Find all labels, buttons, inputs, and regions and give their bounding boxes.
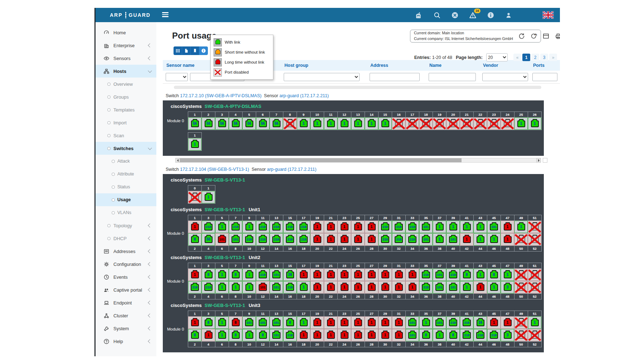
port-with-link[interactable]: 1 (229, 281, 242, 293)
sensor-link[interactable]: arp-guard (172.17.2.211) (279, 93, 329, 98)
sidebar-item-attribute[interactable]: Attribute (96, 168, 156, 180)
page-nav-button[interactable]: » (549, 54, 557, 61)
port-with-link[interactable]: 1 (338, 118, 351, 130)
port-without-link[interactable]: 1 (406, 269, 419, 281)
port-without-link[interactable]: 1 (379, 317, 392, 329)
sidebar-item-captive-portal[interactable]: Captive portal (96, 283, 156, 296)
port-with-link[interactable]: 56 (256, 118, 269, 130)
port-with-link[interactable]: 8 (229, 329, 242, 341)
port-with-link[interactable]: 218 (392, 233, 405, 246)
sidebar-item-switches[interactable]: Switches (96, 142, 156, 155)
user-icon[interactable] (504, 11, 513, 19)
port-with-link[interactable]: 8 (283, 317, 297, 329)
port-with-link[interactable]: 56 (243, 118, 256, 130)
port-without-link[interactable]: 1 (311, 269, 324, 281)
port-with-link[interactable]: 218 (419, 269, 433, 281)
port-with-link[interactable]: 101 (270, 329, 283, 341)
port-with-link[interactable]: 101 (419, 233, 433, 246)
port-without-link[interactable]: 1 (351, 233, 365, 246)
sidebar-item-hosts[interactable]: Hosts (96, 65, 156, 78)
port-without-link[interactable]: 1 (392, 317, 405, 329)
port-with-link[interactable]: 8 (188, 233, 201, 246)
port-without-link[interactable]: 1 (351, 281, 365, 293)
sidebar-item-events[interactable]: Events (96, 271, 156, 283)
port-without-link[interactable]: 1 (392, 329, 405, 341)
port-with-link[interactable]: 1 (528, 317, 541, 329)
sidebar-item-help[interactable]: Help (96, 335, 156, 348)
port-disabled[interactable]: 1 (460, 118, 473, 130)
port-with-link[interactable]: 8 (188, 329, 201, 341)
port-with-link[interactable]: 218 (297, 221, 310, 233)
port-with-link[interactable]: 3 (501, 281, 514, 293)
port-with-link[interactable]: 101 (419, 221, 433, 233)
warning-icon[interactable]: 16 (468, 11, 477, 19)
port-without-link[interactable]: 1 (487, 317, 501, 329)
port-disabled[interactable] (514, 269, 528, 281)
port-disabled[interactable] (514, 233, 528, 246)
column-header-name[interactable]: Name (426, 63, 479, 68)
port-without-link[interactable]: 1 (324, 281, 337, 293)
port-with-link[interactable]: 218 (419, 281, 433, 293)
port-with-link[interactable]: 101 (433, 269, 446, 281)
port-with-link[interactable]: 218 (406, 233, 419, 246)
port-disabled[interactable]: 1 (283, 118, 297, 130)
sidebar-item-dhcp[interactable]: DHCP (96, 232, 156, 245)
port-with-link[interactable]: 101 (270, 317, 283, 329)
port-with-link[interactable]: 56 (270, 118, 283, 130)
port-without-link[interactable]: 1 (202, 329, 215, 341)
port-without-link[interactable]: 1 (501, 233, 514, 246)
port-without-link[interactable]: 1 (379, 281, 392, 293)
column-header-vendor[interactable]: Vendor (479, 63, 530, 68)
sidebar-item-vlans[interactable]: VLANs (96, 206, 156, 219)
address-filter-input[interactable] (370, 73, 420, 81)
port-with-link[interactable]: 101 (447, 233, 460, 246)
window-icon[interactable] (542, 33, 550, 40)
scroll-right-arrow[interactable] (536, 158, 541, 163)
print-icon[interactable] (555, 33, 560, 40)
port-with-link[interactable]: 1 (474, 221, 487, 233)
port-with-link[interactable]: 218 (392, 221, 405, 233)
refresh-auto-icon[interactable]: 5 (530, 33, 537, 40)
port-disabled[interactable] (528, 329, 541, 341)
port-with-link[interactable]: 1 (433, 329, 446, 341)
port-with-link[interactable]: 1 (460, 221, 473, 233)
port-without-link[interactable]: 101 (215, 233, 229, 246)
port-without-link[interactable]: 1 (392, 281, 405, 293)
name-filter-input[interactable] (429, 73, 476, 81)
sidebar-item-status[interactable]: Status (96, 180, 156, 193)
export-file-icon[interactable] (182, 46, 191, 55)
port-without-link[interactable]: 101 (256, 281, 269, 293)
info-icon[interactable] (486, 11, 495, 19)
column-header-address[interactable]: Address (367, 63, 426, 68)
port-disabled[interactable] (188, 191, 201, 203)
port-with-link[interactable]: 1 (243, 221, 256, 233)
port-with-link[interactable]: 1 (528, 118, 541, 130)
port-with-link[interactable]: 101 (406, 317, 419, 329)
port-with-link[interactable]: 218 (256, 221, 269, 233)
port-with-link[interactable]: 1 (474, 269, 487, 281)
port-with-link[interactable]: 101 (406, 329, 419, 341)
port-disabled[interactable] (528, 269, 541, 281)
port-with-link[interactable]: 1 (514, 221, 528, 233)
port-without-link[interactable]: 1 (351, 269, 365, 281)
port-with-link[interactable]: 1 (419, 317, 433, 329)
scrollbar-track[interactable] (180, 158, 536, 163)
page-button-1[interactable]: 1 (522, 54, 530, 61)
switch-link[interactable]: 172.17.2.10 (SW-GEB-A-IPTV-DSLMAS) (180, 93, 262, 98)
port-disabled[interactable] (514, 281, 528, 293)
port-with-link[interactable]: 218 (243, 233, 256, 246)
port-with-link[interactable]: 56 (202, 118, 215, 130)
port-with-link[interactable]: 8 (447, 329, 460, 341)
port-with-link[interactable]: 218 (283, 233, 297, 246)
port-without-link[interactable]: 1 (188, 269, 201, 281)
legend-info-icon[interactable] (199, 46, 208, 55)
port-without-link[interactable]: 1 (338, 317, 351, 329)
port-without-link[interactable]: 1 (338, 329, 351, 341)
table-scrollbar-track[interactable] (174, 86, 541, 89)
port-without-link[interactable]: 1 (501, 317, 514, 329)
port-with-link[interactable]: 1 (379, 118, 392, 130)
port-with-link[interactable]: 1 (487, 281, 501, 293)
port-with-link[interactable]: 28 (283, 269, 297, 281)
sidebar-item-attack[interactable]: Attack (96, 155, 156, 168)
port-with-link[interactable]: 218 (283, 329, 297, 341)
